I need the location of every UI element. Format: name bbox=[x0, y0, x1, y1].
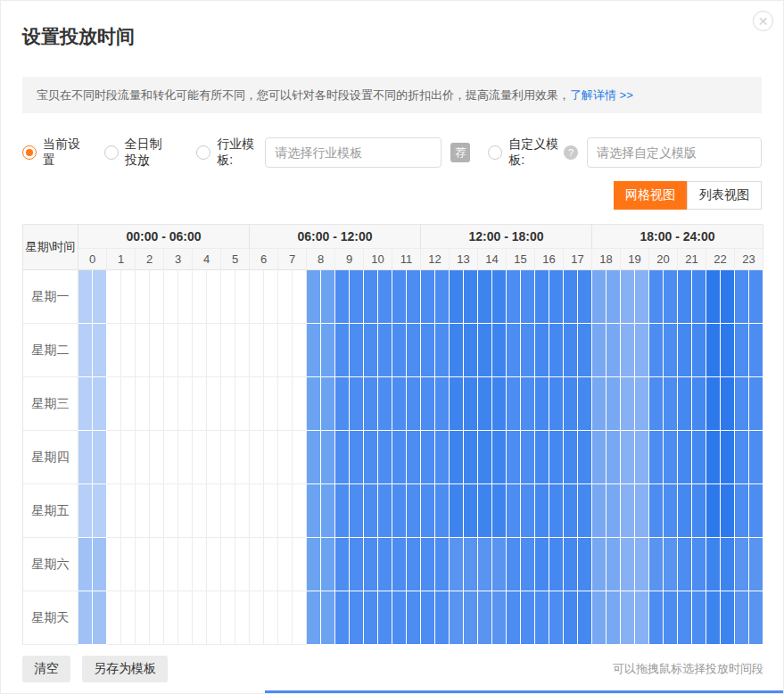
schedule-cell[interactable] bbox=[721, 377, 735, 431]
schedule-cell[interactable] bbox=[649, 484, 664, 538]
schedule-cell[interactable] bbox=[464, 431, 478, 484]
recommend-badge[interactable]: 荐 bbox=[450, 143, 470, 162]
schedule-cell[interactable] bbox=[621, 431, 635, 484]
schedule-cell[interactable] bbox=[264, 431, 278, 484]
schedule-cell[interactable] bbox=[664, 431, 678, 484]
schedule-cell[interactable] bbox=[607, 270, 621, 324]
schedule-cell[interactable] bbox=[564, 377, 578, 431]
clear-button[interactable]: 清空 bbox=[22, 656, 70, 682]
schedule-cell[interactable] bbox=[164, 538, 178, 591]
schedule-cell[interactable] bbox=[621, 377, 635, 431]
schedule-cell[interactable] bbox=[78, 324, 93, 377]
schedule-cell[interactable] bbox=[706, 377, 721, 431]
schedule-cell[interactable] bbox=[278, 270, 293, 324]
schedule-cell[interactable] bbox=[421, 484, 435, 538]
schedule-cell[interactable] bbox=[435, 538, 450, 591]
schedule-cell[interactable] bbox=[621, 484, 635, 538]
schedule-cell[interactable] bbox=[164, 591, 178, 645]
schedule-cell[interactable] bbox=[649, 270, 664, 324]
schedule-cell[interactable] bbox=[649, 591, 664, 645]
schedule-cell[interactable] bbox=[321, 270, 335, 324]
schedule-cell[interactable] bbox=[450, 270, 464, 324]
schedule-cell[interactable] bbox=[378, 538, 392, 591]
schedule-cell[interactable] bbox=[492, 538, 507, 591]
schedule-cell[interactable] bbox=[150, 431, 164, 484]
schedule-cell[interactable] bbox=[607, 431, 621, 484]
schedule-cell[interactable] bbox=[649, 431, 664, 484]
schedule-cell[interactable] bbox=[93, 484, 107, 538]
schedule-cell[interactable] bbox=[307, 377, 321, 431]
schedule-cell[interactable] bbox=[235, 324, 250, 377]
schedule-cell[interactable] bbox=[521, 591, 535, 645]
schedule-cell[interactable] bbox=[635, 431, 649, 484]
schedule-cell[interactable] bbox=[321, 431, 335, 484]
schedule-cell[interactable] bbox=[749, 377, 763, 431]
schedule-cell[interactable] bbox=[250, 324, 264, 377]
schedule-cell[interactable] bbox=[164, 377, 178, 431]
schedule-cell[interactable] bbox=[136, 270, 150, 324]
schedule-cell[interactable] bbox=[335, 484, 350, 538]
schedule-cell[interactable] bbox=[193, 484, 207, 538]
schedule-cell[interactable] bbox=[464, 538, 478, 591]
schedule-cell[interactable] bbox=[678, 270, 692, 324]
schedule-cell[interactable] bbox=[207, 591, 221, 645]
schedule-cell[interactable] bbox=[507, 377, 521, 431]
schedule-cell[interactable] bbox=[193, 591, 207, 645]
schedule-cell[interactable] bbox=[678, 591, 692, 645]
schedule-cell[interactable] bbox=[635, 484, 649, 538]
schedule-cell[interactable] bbox=[121, 324, 136, 377]
schedule-cell[interactable] bbox=[592, 377, 607, 431]
schedule-cell[interactable] bbox=[235, 484, 250, 538]
schedule-cell[interactable] bbox=[435, 270, 450, 324]
schedule-cell[interactable] bbox=[592, 324, 607, 377]
schedule-cell[interactable] bbox=[492, 484, 507, 538]
schedule-cell[interactable] bbox=[235, 591, 250, 645]
schedule-cell[interactable] bbox=[207, 377, 221, 431]
schedule-cell[interactable] bbox=[93, 270, 107, 324]
schedule-cell[interactable] bbox=[592, 538, 607, 591]
schedule-cell[interactable] bbox=[178, 270, 193, 324]
schedule-cell[interactable] bbox=[607, 484, 621, 538]
schedule-cell[interactable] bbox=[250, 591, 264, 645]
schedule-cell[interactable] bbox=[78, 591, 93, 645]
schedule-cell[interactable] bbox=[721, 591, 735, 645]
schedule-cell[interactable] bbox=[193, 324, 207, 377]
radio-full-day[interactable]: 全日制投放 bbox=[104, 136, 173, 169]
schedule-cell[interactable] bbox=[535, 377, 549, 431]
schedule-cell[interactable] bbox=[706, 538, 721, 591]
schedule-cell[interactable] bbox=[421, 270, 435, 324]
schedule-cell[interactable] bbox=[278, 431, 293, 484]
schedule-cell[interactable] bbox=[335, 538, 350, 591]
schedule-cell[interactable] bbox=[392, 538, 407, 591]
schedule-cell[interactable] bbox=[421, 431, 435, 484]
schedule-cell[interactable] bbox=[250, 270, 264, 324]
schedule-cell[interactable] bbox=[435, 591, 450, 645]
schedule-cell[interactable] bbox=[435, 324, 450, 377]
schedule-cell[interactable] bbox=[335, 270, 350, 324]
schedule-cell[interactable] bbox=[692, 484, 706, 538]
schedule-cell[interactable] bbox=[307, 431, 321, 484]
schedule-cell[interactable] bbox=[150, 484, 164, 538]
schedule-cell[interactable] bbox=[193, 538, 207, 591]
schedule-cell[interactable] bbox=[692, 377, 706, 431]
schedule-cell[interactable] bbox=[350, 484, 364, 538]
schedule-cell[interactable] bbox=[250, 538, 264, 591]
schedule-cell[interactable] bbox=[478, 270, 492, 324]
schedule-cell[interactable] bbox=[621, 591, 635, 645]
schedule-cell[interactable] bbox=[350, 591, 364, 645]
schedule-cell[interactable] bbox=[678, 484, 692, 538]
schedule-cell[interactable] bbox=[535, 270, 549, 324]
schedule-cell[interactable] bbox=[78, 538, 93, 591]
schedule-cell[interactable] bbox=[121, 431, 136, 484]
schedule-cell[interactable] bbox=[264, 377, 278, 431]
schedule-cell[interactable] bbox=[264, 538, 278, 591]
schedule-cell[interactable] bbox=[578, 538, 592, 591]
schedule-cell[interactable] bbox=[621, 324, 635, 377]
schedule-cell[interactable] bbox=[578, 431, 592, 484]
schedule-cell[interactable] bbox=[692, 591, 706, 645]
schedule-cell[interactable] bbox=[578, 484, 592, 538]
schedule-cell[interactable] bbox=[278, 591, 293, 645]
schedule-cell[interactable] bbox=[549, 431, 564, 484]
schedule-cell[interactable] bbox=[478, 538, 492, 591]
schedule-cell[interactable] bbox=[407, 324, 421, 377]
